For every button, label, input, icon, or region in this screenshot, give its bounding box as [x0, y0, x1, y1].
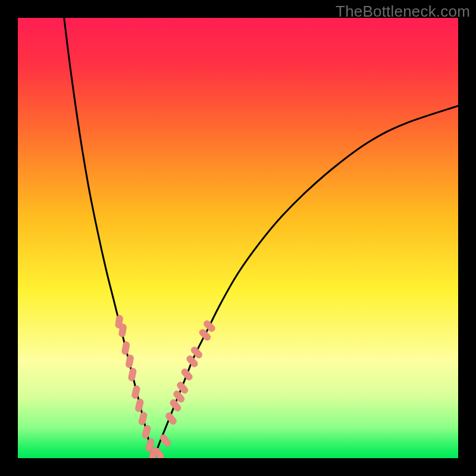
- plot-area: [18, 18, 458, 458]
- data-marker: [128, 367, 137, 381]
- watermark-text: TheBottleneck.com: [336, 2, 470, 21]
- data-marker: [125, 354, 134, 368]
- curve-layer: [18, 18, 458, 458]
- data-marker: [134, 398, 144, 412]
- data-marker: [142, 425, 152, 439]
- left-branch-curve: [64, 18, 155, 458]
- marker-group: [115, 315, 216, 458]
- chart-frame: TheBottleneck.com: [0, 0, 476, 476]
- data-marker: [131, 385, 140, 399]
- data-marker: [180, 368, 194, 382]
- right-branch-curve: [154, 106, 458, 458]
- data-marker: [138, 411, 148, 425]
- data-marker: [121, 341, 130, 355]
